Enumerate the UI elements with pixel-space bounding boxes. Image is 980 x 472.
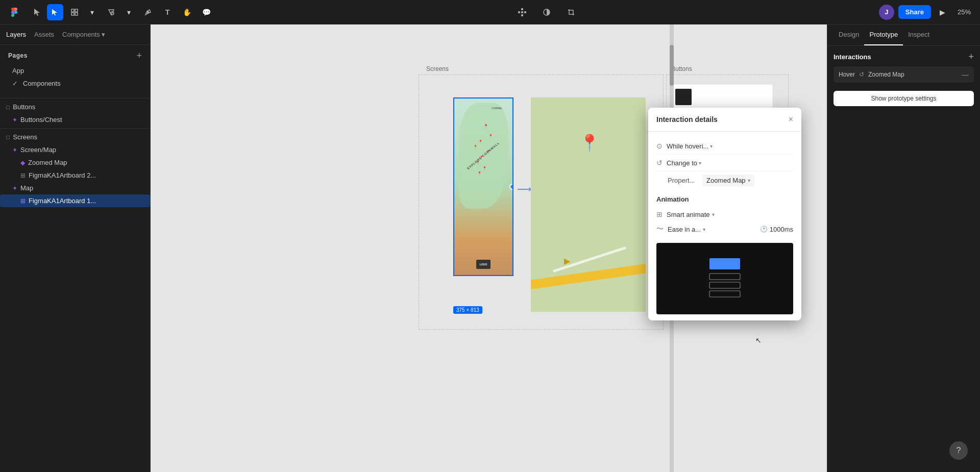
- property-dropdown-arrow: ▾: [748, 178, 750, 183]
- ease-arrow: ▾: [703, 227, 705, 232]
- preview-svg: [694, 253, 755, 304]
- cursor-tool[interactable]: [47, 4, 63, 20]
- tab-components[interactable]: Components ▾: [62, 31, 105, 38]
- connection-handle[interactable]: [509, 184, 513, 190]
- pages-title: Pages: [8, 52, 28, 59]
- user-avatar[interactable]: J: [879, 5, 894, 20]
- interaction-details-modal: Interaction details × ⊙ While hoveri... …: [648, 108, 801, 320]
- crop-tool[interactable]: [563, 4, 579, 20]
- toolbar-right: J Share ▶ 25%: [879, 5, 974, 20]
- svg-rect-17: [709, 291, 740, 297]
- tab-design[interactable]: Design: [834, 24, 864, 45]
- hand-tool[interactable]: ✋: [179, 4, 195, 20]
- trigger-dropdown-arrow: ▾: [710, 143, 713, 149]
- play-button[interactable]: ▶: [935, 5, 950, 20]
- large-map-screen[interactable]: 📍 ▶: [531, 97, 646, 312]
- remove-interaction-button[interactable]: —: [962, 70, 969, 79]
- show-prototype-settings-button[interactable]: Show prototype settings: [834, 91, 974, 106]
- divider-buttons: [0, 128, 150, 129]
- svg-rect-2: [71, 9, 74, 12]
- smart-animate-dropdown[interactable]: Smart animate ▾: [667, 211, 715, 218]
- canvas-scroll-thumb-v[interactable]: [670, 45, 674, 86]
- canvas[interactable]: Screens Buttons EXPLORE CORNWALL 📍 📍 📍: [151, 24, 827, 472]
- pen-tool[interactable]: [140, 4, 156, 20]
- image-icon-2: ⊞: [20, 197, 26, 205]
- svg-rect-14: [709, 258, 740, 269]
- ease-dropdown[interactable]: Ease in a... ▾: [668, 226, 705, 233]
- comment-tool[interactable]: 💬: [198, 4, 214, 20]
- tab-inspect[interactable]: Inspect: [903, 24, 935, 45]
- connection-arrow-icon: ⟶: [517, 183, 532, 195]
- svg-marker-0: [34, 9, 40, 16]
- help-button[interactable]: ?: [949, 441, 968, 460]
- interaction-modal-overlay: Interaction details × ⊙ While hoveri... …: [648, 108, 801, 320]
- text-tool[interactable]: T: [159, 4, 176, 20]
- tool-group-select: [30, 4, 63, 20]
- component-icon: ✦: [12, 116, 17, 123]
- frame-dropdown[interactable]: ▾: [84, 4, 100, 20]
- change-to-dropdown[interactable]: Change to ▾: [667, 159, 701, 167]
- svg-marker-1: [52, 9, 57, 16]
- frame-tool[interactable]: [66, 4, 83, 20]
- svg-point-7: [148, 11, 149, 13]
- layer-artboard-2[interactable]: ⊞ FigmaKA1Artboard 2...: [0, 169, 150, 182]
- right-panel-tabs: Design Prototype Inspect: [827, 24, 980, 46]
- main-area: Layers Assets Components ▾ Pages + App ✓…: [0, 24, 980, 472]
- svg-rect-9: [521, 14, 523, 16]
- page-app-label: App: [12, 67, 24, 74]
- shapes-tool[interactable]: [103, 4, 119, 20]
- page-app[interactable]: App: [8, 64, 142, 77]
- zoom-level[interactable]: 25%: [954, 6, 974, 18]
- map-screen-selected[interactable]: EXPLORE CORNWALL 📍 📍 📍 📍 📍 📍 📍 📍 📍 CORNW…: [453, 97, 513, 276]
- svg-rect-10: [518, 11, 520, 13]
- component-icon-4: ✦: [12, 185, 17, 192]
- svg-rect-8: [521, 8, 523, 10]
- smart-animate-label: Smart animate: [667, 211, 710, 218]
- add-interaction-button[interactable]: +: [968, 52, 974, 61]
- right-panel: Design Prototype Inspect Interactions + …: [827, 24, 980, 472]
- figma-logo[interactable]: [6, 4, 22, 20]
- components-tool[interactable]: [514, 4, 530, 20]
- toolbar-center: [218, 4, 875, 20]
- layer-screens[interactable]: □ Screens: [0, 131, 150, 143]
- component-icon-3: ◆: [20, 159, 25, 166]
- svg-rect-12: [521, 11, 523, 13]
- tab-prototype[interactable]: Prototype: [864, 24, 903, 45]
- divider-pages: [0, 98, 150, 98]
- modal-action-row: ↺ Change to ▾: [656, 155, 793, 171]
- svg-rect-11: [524, 11, 526, 13]
- interaction-destination: Zoomed Map: [868, 71, 904, 78]
- while-hovering-dropdown[interactable]: While hoveri... ▾: [667, 142, 713, 150]
- tab-layers[interactable]: Layers: [6, 29, 26, 40]
- clock-icon: 🕐: [760, 226, 768, 233]
- property-value: Zoomed Map: [706, 177, 746, 184]
- layer-buttons-chest[interactable]: ✦ Buttons/Chest: [0, 113, 150, 126]
- easing-row: 〜 Ease in a... ▾ 🕐 1000ms: [656, 221, 793, 237]
- page-components[interactable]: ✓ Components: [8, 77, 142, 90]
- smart-animate-arrow: ▾: [712, 212, 715, 217]
- right-panel-content: Interactions + Hover ↺ Zoomed Map — Show…: [827, 46, 980, 472]
- property-label: Propert...: [668, 177, 698, 184]
- frame-icon-2: □: [6, 134, 10, 141]
- layer-artboard-1[interactable]: ⊞ FigmaKA1Artboard 1...: [0, 194, 150, 207]
- tool-group-frame: ▾: [66, 4, 100, 20]
- interaction-item[interactable]: Hover ↺ Zoomed Map —: [834, 66, 974, 83]
- modal-close-button[interactable]: ×: [789, 115, 793, 124]
- layer-zoomed-map[interactable]: ◆ Zoomed Map: [0, 156, 150, 169]
- share-button[interactable]: Share: [898, 5, 931, 19]
- add-page-button[interactable]: +: [136, 51, 142, 60]
- layer-screen-map[interactable]: ✦ Screen/Map: [0, 143, 150, 156]
- modal-title: Interaction details: [656, 115, 718, 123]
- shapes-dropdown[interactable]: ▾: [120, 4, 137, 20]
- select-tool[interactable]: [30, 4, 46, 20]
- layer-buttons[interactable]: □ Buttons: [0, 101, 150, 113]
- layer-map[interactable]: ✦ Map: [0, 182, 150, 194]
- mask-tool[interactable]: [538, 4, 555, 20]
- duration-field[interactable]: 🕐 1000ms: [760, 226, 793, 233]
- tab-assets[interactable]: Assets: [34, 29, 54, 40]
- ease-icon: 〜: [656, 225, 664, 234]
- animation-type-row: ⊞ Smart animate ▾: [656, 207, 793, 221]
- layer-screens-label: Screens: [13, 133, 37, 141]
- property-value-dropdown[interactable]: Zoomed Map ▾: [702, 175, 754, 186]
- layer-buttons-label: Buttons: [13, 103, 35, 111]
